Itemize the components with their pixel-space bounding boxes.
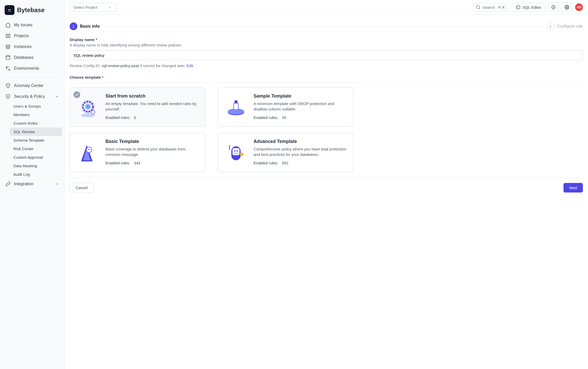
svg-point-29 xyxy=(88,149,89,150)
choose-template-label: Choose template * xyxy=(70,75,583,79)
sidebar-item-integration[interactable]: Integration xyxy=(2,179,62,189)
template-rules: Enabled rules: 343 xyxy=(105,161,200,165)
svg-point-15 xyxy=(553,7,554,7)
sidebar-item-instances[interactable]: Instances xyxy=(2,41,62,52)
sidebar-item-environments[interactable]: Environments xyxy=(2,63,62,74)
sidebar-item-label: Custom Approval xyxy=(13,155,43,159)
display-name-label: Display name * xyxy=(70,37,583,42)
svg-point-16 xyxy=(566,7,568,8)
sidebar-item-risk-center[interactable]: Risk Center xyxy=(10,145,62,153)
template-grid: Start from scratch An empty template. Yo… xyxy=(70,87,353,172)
template-card-advanced[interactable]: Advanced Template Comprehensive policy w… xyxy=(218,133,353,172)
next-button[interactable]: Next xyxy=(564,183,583,192)
sidebar-item-databases[interactable]: Databases xyxy=(2,52,62,63)
sidebar-item-security-policy[interactable]: Security & Policy xyxy=(2,91,62,102)
help-button[interactable] xyxy=(548,3,559,12)
footer: Cancel Next xyxy=(70,178,583,193)
template-card-basic[interactable]: Basic Template Basic coverage to defend … xyxy=(70,133,205,172)
template-card-scratch[interactable]: Start from scratch An empty template. Yo… xyxy=(70,87,205,127)
svg-rect-13 xyxy=(516,6,520,9)
svg-point-7 xyxy=(6,67,7,68)
step-1[interactable]: 1 Basic info xyxy=(70,22,100,30)
step-2-label: Configure rule xyxy=(557,24,583,29)
sidebar-item-label: Members xyxy=(13,113,30,117)
home-icon xyxy=(5,22,11,28)
gear-icon xyxy=(565,5,569,10)
sidebar-item-members[interactable]: Members xyxy=(10,110,62,119)
template-title: Advanced Template xyxy=(254,139,348,144)
template-rules: Enabled rules: 352 xyxy=(254,161,348,165)
sql-editor-label: SQL Editor xyxy=(522,5,541,10)
step-line xyxy=(104,26,542,27)
sidebar-item-my-issues[interactable]: My Issues xyxy=(2,20,62,30)
layers-icon xyxy=(5,44,11,50)
svg-point-6 xyxy=(6,55,10,57)
sidebar-item-custom-roles[interactable]: Custom Roles xyxy=(10,119,62,127)
avatar[interactable]: AD xyxy=(575,3,583,11)
rules-label: Enabled rules: xyxy=(105,161,130,165)
project-select[interactable]: Select Project xyxy=(70,3,116,12)
chevron-right-icon xyxy=(55,182,59,186)
sidebar-item-audit-log[interactable]: Audit Log xyxy=(10,170,62,179)
review-id-edit-link[interactable]: Edit xyxy=(187,63,193,68)
display-name-hint: A display name to help identifying among… xyxy=(70,43,583,47)
sidebar-item-projects[interactable]: Projects xyxy=(2,30,62,41)
rules-count: 352 xyxy=(282,161,288,165)
step-2[interactable]: 2 Configure rule xyxy=(547,22,583,30)
settings-button[interactable] xyxy=(562,3,572,12)
section-divider xyxy=(70,83,583,83)
search-shortcut: ⌘ K xyxy=(497,5,506,10)
svg-point-33 xyxy=(234,150,235,151)
topbar: Select Project Search ⌘ K SQL Editor AD xyxy=(64,0,588,15)
sidebar-item-label: Instances xyxy=(14,44,31,49)
template-desc: Comprehensive policy where you have tota… xyxy=(254,146,348,157)
main: Select Project Search ⌘ K SQL Editor AD xyxy=(64,0,588,369)
sidebar-item-data-masking[interactable]: Data Masking xyxy=(10,162,62,170)
rules-label: Enabled rules: xyxy=(105,115,130,120)
sql-editor-button[interactable]: SQL Editor xyxy=(512,3,545,12)
sidebar-item-users-groups[interactable]: Users & Groups xyxy=(10,102,62,110)
sidebar-item-label: Environments xyxy=(14,66,39,71)
chevron-down-icon xyxy=(55,94,59,99)
svg-rect-3 xyxy=(6,34,8,37)
template-title: Start from scratch xyxy=(105,93,200,99)
cancel-button[interactable]: Cancel xyxy=(70,183,94,193)
template-card-sample[interactable]: Sample Template A minimum template with … xyxy=(218,87,353,127)
svg-rect-24 xyxy=(234,103,238,110)
review-config-id: Review Config ID: sql-review-policy-pxat… xyxy=(70,63,583,68)
brand-icon xyxy=(5,5,14,15)
rules-count: 343 xyxy=(134,161,140,165)
review-id-prefix: Review Config ID: xyxy=(70,63,101,68)
content: 1 Basic info 2 Configure rule Display na… xyxy=(64,15,588,369)
brand-logo[interactable]: Bytebase xyxy=(0,3,64,20)
sidebar-item-label: Custom Roles xyxy=(13,121,38,125)
projects-icon xyxy=(5,33,11,39)
sidebar-item-anomaly-center[interactable]: Anomaly Center xyxy=(2,80,62,91)
sidebar-item-custom-approval[interactable]: Custom Approval xyxy=(10,153,62,162)
display-name-input[interactable] xyxy=(70,50,583,60)
template-desc: A minimum template with DROP protection … xyxy=(254,101,348,112)
template-rules: Enabled rules: 0 xyxy=(105,115,200,120)
sidebar-item-label: Schema Template xyxy=(13,138,44,142)
svg-line-12 xyxy=(479,8,480,9)
svg-marker-5 xyxy=(6,45,10,47)
sidebar-item-schema-template[interactable]: Schema Template xyxy=(10,136,62,145)
sidebar-item-sql-review[interactable]: SQL Review xyxy=(10,127,62,136)
template-desc: An empty template. You need to add neede… xyxy=(105,101,200,112)
sidebar: Bytebase My Issues Projects Instances Da… xyxy=(0,0,64,369)
rules-label: Enabled rules: xyxy=(254,161,278,165)
avatar-initials: AD xyxy=(577,5,581,9)
required-marker: * xyxy=(96,37,97,42)
shield-alert-icon xyxy=(5,83,11,89)
terminal-icon xyxy=(516,5,520,10)
step-2-number: 2 xyxy=(547,22,554,30)
svg-point-8 xyxy=(9,69,10,70)
sidebar-item-label: Data Masking xyxy=(13,164,37,168)
check-icon xyxy=(74,91,80,98)
sidebar-item-label: Databases xyxy=(14,55,34,60)
svg-point-35 xyxy=(240,153,243,156)
sidebar-item-label: My Issues xyxy=(14,23,32,27)
search-box[interactable]: Search ⌘ K xyxy=(473,3,509,12)
environments-icon xyxy=(5,66,11,71)
security-subnav: Users & Groups Members Custom Roles SQL … xyxy=(2,102,62,179)
